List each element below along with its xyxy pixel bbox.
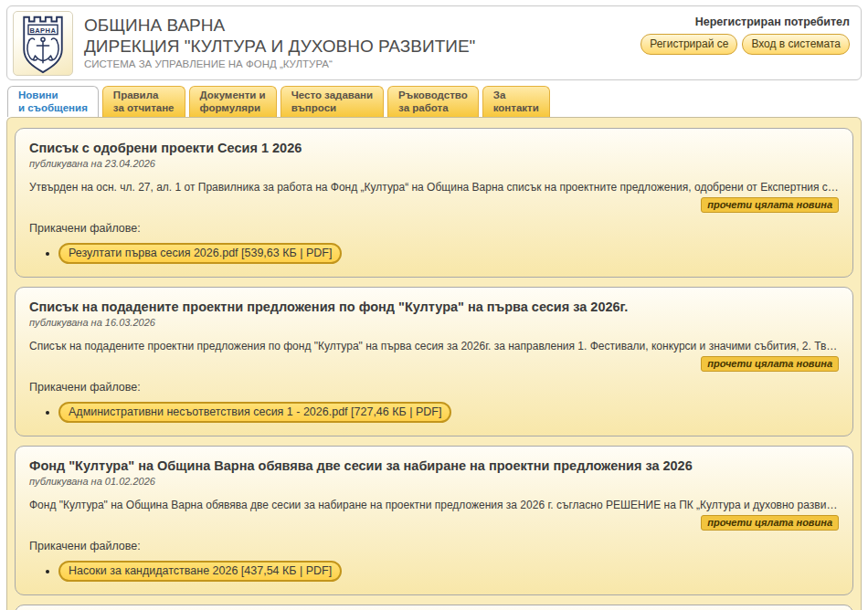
- news-excerpt: Фонд "Култура" на Община Варна обявява д…: [29, 499, 839, 511]
- attachment-download-link[interactable]: Насоки за кандидатстване 2026 [437,54 КБ…: [58, 561, 342, 582]
- tab-label-line: и съобщения: [18, 102, 88, 115]
- tab-label-line: контакти: [493, 102, 539, 115]
- attachments-label: Прикачени файлове:: [29, 222, 839, 235]
- news-title: Фонд "Култура" на Община Варна обявява д…: [29, 458, 839, 473]
- tab-label-line: за отчитане: [113, 102, 175, 115]
- user-status-label: Нерегистриран потребител: [636, 16, 850, 28]
- tab-bar: Новини и съобщения Правила за отчитане Д…: [6, 87, 862, 117]
- news-card: Резултати от проведената извънредна сеси…: [15, 605, 853, 610]
- news-card: Списък на подадените проектни предложени…: [15, 287, 853, 436]
- published-prefix: публикувана на: [29, 158, 102, 169]
- directorate-name: ДИРЕКЦИЯ "КУЛТУРА И ДУХОВНО РАЗВИТИЕ": [84, 36, 475, 57]
- svg-text:ВАРНА: ВАРНА: [30, 26, 57, 34]
- news-card: Списък с одобрени проекти Сесия 1 2026 п…: [15, 128, 853, 278]
- tab-label-line: За: [493, 89, 539, 102]
- tab-label-line: формуляри: [200, 102, 266, 115]
- attachments-label: Прикачени файлове:: [29, 381, 839, 394]
- varna-coat-of-arms-logo: ВАРНА: [13, 11, 73, 76]
- tab-label-line: Ръководство: [398, 89, 468, 102]
- attachments-list: Административни несъответствия сесия 1 -…: [29, 402, 839, 423]
- published-date: 01.02.2026: [105, 476, 155, 487]
- attachments-list: Насоки за кандидатстване 2026 [437,54 КБ…: [29, 561, 839, 582]
- read-more-row: прочети цялата новина: [29, 354, 839, 372]
- attachment-download-link[interactable]: Административни несъответствия сесия 1 -…: [58, 402, 451, 423]
- attachment-item: Административни несъответствия сесия 1 -…: [58, 402, 839, 423]
- attachments-label: Прикачени файлове:: [29, 540, 839, 552]
- login-button[interactable]: Вход в системата: [742, 34, 850, 55]
- tab-label-line: въпроси: [291, 102, 373, 115]
- tab-contacts[interactable]: За контакти: [482, 86, 550, 117]
- tab-label-line: Често задавани: [291, 89, 373, 102]
- read-more-row: прочети цялата новина: [29, 513, 839, 531]
- tab-news[interactable]: Новини и съобщения: [7, 86, 99, 117]
- news-list: Списък с одобрени проекти Сесия 1 2026 п…: [6, 117, 862, 610]
- news-title: Списък с одобрени проекти Сесия 1 2026: [29, 141, 839, 155]
- tab-documents-forms[interactable]: Документи и формуляри: [189, 86, 277, 117]
- header-titles: ОБЩИНА ВАРНА ДИРЕКЦИЯ "КУЛТУРА И ДУХОВНО…: [84, 15, 475, 69]
- news-published-date: публикувана на 16.03.2026: [29, 317, 839, 328]
- tab-user-guide[interactable]: Ръководство за работа: [387, 86, 479, 117]
- read-more-row: прочети цялата новина: [29, 195, 839, 213]
- system-name: СИСТЕМА ЗА УПРАВЛЕНИЕ НА ФОНД „КУЛТУРА“: [84, 58, 475, 69]
- org-name: ОБЩИНА ВАРНА: [84, 15, 475, 36]
- header-user-area: Нерегистриран потребител Регистрирай сеВ…: [636, 16, 850, 55]
- attachment-item: Резултати първа сесия 2026.pdf [539,63 К…: [58, 243, 839, 264]
- tab-label-line: за работа: [398, 102, 468, 115]
- news-excerpt: Списък на подадените проектни предложени…: [29, 340, 839, 352]
- news-title: Списък на подадените проектни предложени…: [29, 300, 839, 314]
- news-published-date: публикувана на 23.04.2026: [29, 158, 839, 169]
- register-button[interactable]: Регистрирай се: [640, 34, 737, 55]
- attachments-list: Резултати първа сесия 2026.pdf [539,63 К…: [29, 243, 839, 264]
- page: ВАРНА ОБЩИНА ВАРНА ДИРЕКЦИЯ "КУЛТУРА И Д…: [0, 0, 868, 610]
- attachment-item: Насоки за кандидатстване 2026 [437,54 КБ…: [58, 561, 839, 582]
- news-card: Фонд "Култура" на Община Варна обявява д…: [15, 446, 853, 595]
- header: ВАРНА ОБЩИНА ВАРНА ДИРЕКЦИЯ "КУЛТУРА И Д…: [6, 5, 862, 80]
- published-prefix: публикувана на: [29, 317, 102, 328]
- news-published-date: публикувана на 01.02.2026: [29, 476, 839, 487]
- read-more-button[interactable]: прочети цялата новина: [701, 515, 839, 531]
- published-date: 16.03.2026: [105, 317, 155, 328]
- tab-reporting-rules[interactable]: Правила за отчитане: [102, 86, 185, 117]
- tab-faq[interactable]: Често задавани въпроси: [281, 86, 384, 117]
- tab-label-line: Новини: [18, 89, 88, 102]
- read-more-button[interactable]: прочети цялата новина: [701, 356, 839, 372]
- varna-coat-of-arms-icon: ВАРНА: [16, 14, 69, 74]
- attachment-download-link[interactable]: Резултати първа сесия 2026.pdf [539,63 К…: [58, 243, 342, 264]
- published-date: 23.04.2026: [105, 158, 155, 169]
- tab-label-line: Документи и: [200, 89, 266, 102]
- tab-label-line: Правила: [113, 89, 175, 102]
- published-prefix: публикувана на: [29, 476, 102, 487]
- news-excerpt: Утвърден на осн. чл. 27, ал. 1 от Правил…: [29, 181, 839, 194]
- read-more-button[interactable]: прочети цялата новина: [701, 197, 839, 213]
